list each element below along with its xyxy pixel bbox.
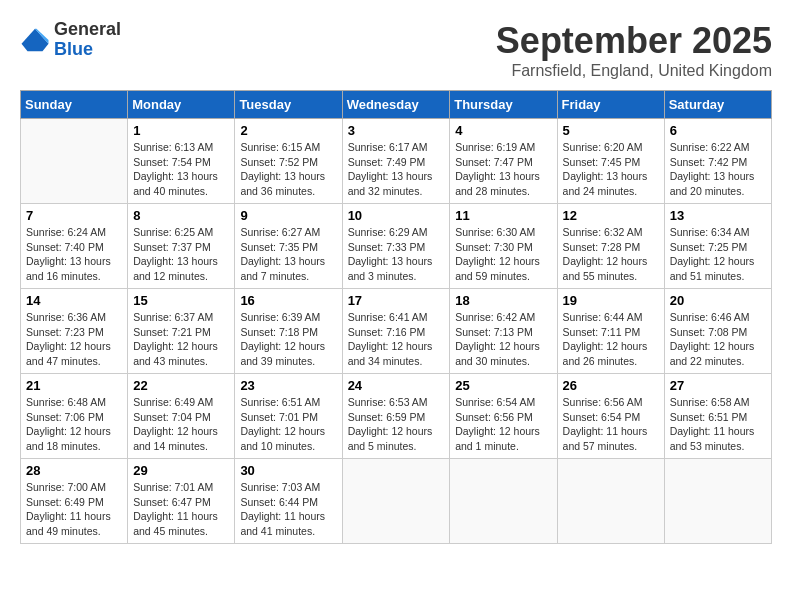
day-number: 9 — [240, 208, 336, 223]
day-info: Sunrise: 6:20 AM Sunset: 7:45 PM Dayligh… — [563, 140, 659, 199]
day-info: Sunrise: 6:44 AM Sunset: 7:11 PM Dayligh… — [563, 310, 659, 369]
week-row-5: 28Sunrise: 7:00 AM Sunset: 6:49 PM Dayli… — [21, 459, 772, 544]
calendar-cell: 4Sunrise: 6:19 AM Sunset: 7:47 PM Daylig… — [450, 119, 557, 204]
page-header: General Blue September 2025 Farnsfield, … — [20, 20, 772, 80]
day-number: 25 — [455, 378, 551, 393]
day-info: Sunrise: 7:01 AM Sunset: 6:47 PM Dayligh… — [133, 480, 229, 539]
calendar-body: 1Sunrise: 6:13 AM Sunset: 7:54 PM Daylig… — [21, 119, 772, 544]
day-info: Sunrise: 6:13 AM Sunset: 7:54 PM Dayligh… — [133, 140, 229, 199]
day-number: 6 — [670, 123, 766, 138]
calendar-cell: 11Sunrise: 6:30 AM Sunset: 7:30 PM Dayli… — [450, 204, 557, 289]
calendar-header: SundayMondayTuesdayWednesdayThursdayFrid… — [21, 91, 772, 119]
calendar-cell: 12Sunrise: 6:32 AM Sunset: 7:28 PM Dayli… — [557, 204, 664, 289]
header-day-friday: Friday — [557, 91, 664, 119]
day-number: 15 — [133, 293, 229, 308]
day-number: 12 — [563, 208, 659, 223]
day-info: Sunrise: 6:25 AM Sunset: 7:37 PM Dayligh… — [133, 225, 229, 284]
day-number: 28 — [26, 463, 122, 478]
day-info: Sunrise: 6:51 AM Sunset: 7:01 PM Dayligh… — [240, 395, 336, 454]
calendar-cell: 14Sunrise: 6:36 AM Sunset: 7:23 PM Dayli… — [21, 289, 128, 374]
calendar-cell: 1Sunrise: 6:13 AM Sunset: 7:54 PM Daylig… — [128, 119, 235, 204]
calendar-cell: 19Sunrise: 6:44 AM Sunset: 7:11 PM Dayli… — [557, 289, 664, 374]
calendar-cell: 9Sunrise: 6:27 AM Sunset: 7:35 PM Daylig… — [235, 204, 342, 289]
day-info: Sunrise: 6:53 AM Sunset: 6:59 PM Dayligh… — [348, 395, 445, 454]
week-row-1: 1Sunrise: 6:13 AM Sunset: 7:54 PM Daylig… — [21, 119, 772, 204]
calendar-cell: 23Sunrise: 6:51 AM Sunset: 7:01 PM Dayli… — [235, 374, 342, 459]
day-number: 23 — [240, 378, 336, 393]
header-row: SundayMondayTuesdayWednesdayThursdayFrid… — [21, 91, 772, 119]
calendar-cell: 3Sunrise: 6:17 AM Sunset: 7:49 PM Daylig… — [342, 119, 450, 204]
calendar-cell: 13Sunrise: 6:34 AM Sunset: 7:25 PM Dayli… — [664, 204, 771, 289]
day-info: Sunrise: 6:29 AM Sunset: 7:33 PM Dayligh… — [348, 225, 445, 284]
day-number: 18 — [455, 293, 551, 308]
day-number: 7 — [26, 208, 122, 223]
day-number: 13 — [670, 208, 766, 223]
calendar-cell — [342, 459, 450, 544]
calendar-cell: 30Sunrise: 7:03 AM Sunset: 6:44 PM Dayli… — [235, 459, 342, 544]
day-number: 3 — [348, 123, 445, 138]
calendar-cell: 7Sunrise: 6:24 AM Sunset: 7:40 PM Daylig… — [21, 204, 128, 289]
day-number: 29 — [133, 463, 229, 478]
calendar-cell: 20Sunrise: 6:46 AM Sunset: 7:08 PM Dayli… — [664, 289, 771, 374]
calendar-cell: 18Sunrise: 6:42 AM Sunset: 7:13 PM Dayli… — [450, 289, 557, 374]
calendar-cell — [450, 459, 557, 544]
day-info: Sunrise: 6:41 AM Sunset: 7:16 PM Dayligh… — [348, 310, 445, 369]
calendar-table: SundayMondayTuesdayWednesdayThursdayFrid… — [20, 90, 772, 544]
day-info: Sunrise: 7:00 AM Sunset: 6:49 PM Dayligh… — [26, 480, 122, 539]
calendar-cell: 15Sunrise: 6:37 AM Sunset: 7:21 PM Dayli… — [128, 289, 235, 374]
day-number: 10 — [348, 208, 445, 223]
day-number: 20 — [670, 293, 766, 308]
day-info: Sunrise: 6:49 AM Sunset: 7:04 PM Dayligh… — [133, 395, 229, 454]
day-number: 19 — [563, 293, 659, 308]
day-number: 8 — [133, 208, 229, 223]
calendar-cell: 2Sunrise: 6:15 AM Sunset: 7:52 PM Daylig… — [235, 119, 342, 204]
month-title: September 2025 — [496, 20, 772, 62]
calendar-cell: 6Sunrise: 6:22 AM Sunset: 7:42 PM Daylig… — [664, 119, 771, 204]
day-number: 27 — [670, 378, 766, 393]
day-number: 14 — [26, 293, 122, 308]
calendar-cell: 26Sunrise: 6:56 AM Sunset: 6:54 PM Dayli… — [557, 374, 664, 459]
header-day-monday: Monday — [128, 91, 235, 119]
day-number: 4 — [455, 123, 551, 138]
day-info: Sunrise: 6:22 AM Sunset: 7:42 PM Dayligh… — [670, 140, 766, 199]
day-number: 1 — [133, 123, 229, 138]
header-day-tuesday: Tuesday — [235, 91, 342, 119]
week-row-3: 14Sunrise: 6:36 AM Sunset: 7:23 PM Dayli… — [21, 289, 772, 374]
day-number: 16 — [240, 293, 336, 308]
calendar-cell: 21Sunrise: 6:48 AM Sunset: 7:06 PM Dayli… — [21, 374, 128, 459]
calendar-cell — [664, 459, 771, 544]
calendar-cell: 28Sunrise: 7:00 AM Sunset: 6:49 PM Dayli… — [21, 459, 128, 544]
day-info: Sunrise: 7:03 AM Sunset: 6:44 PM Dayligh… — [240, 480, 336, 539]
day-info: Sunrise: 6:15 AM Sunset: 7:52 PM Dayligh… — [240, 140, 336, 199]
day-number: 26 — [563, 378, 659, 393]
calendar-cell: 16Sunrise: 6:39 AM Sunset: 7:18 PM Dayli… — [235, 289, 342, 374]
logo-icon — [20, 25, 50, 55]
day-info: Sunrise: 6:19 AM Sunset: 7:47 PM Dayligh… — [455, 140, 551, 199]
calendar-cell: 8Sunrise: 6:25 AM Sunset: 7:37 PM Daylig… — [128, 204, 235, 289]
week-row-2: 7Sunrise: 6:24 AM Sunset: 7:40 PM Daylig… — [21, 204, 772, 289]
day-number: 21 — [26, 378, 122, 393]
day-info: Sunrise: 6:37 AM Sunset: 7:21 PM Dayligh… — [133, 310, 229, 369]
calendar-cell: 25Sunrise: 6:54 AM Sunset: 6:56 PM Dayli… — [450, 374, 557, 459]
calendar-cell: 29Sunrise: 7:01 AM Sunset: 6:47 PM Dayli… — [128, 459, 235, 544]
calendar-cell: 22Sunrise: 6:49 AM Sunset: 7:04 PM Dayli… — [128, 374, 235, 459]
day-number: 17 — [348, 293, 445, 308]
day-info: Sunrise: 6:46 AM Sunset: 7:08 PM Dayligh… — [670, 310, 766, 369]
header-day-saturday: Saturday — [664, 91, 771, 119]
svg-marker-0 — [22, 29, 49, 52]
day-info: Sunrise: 6:36 AM Sunset: 7:23 PM Dayligh… — [26, 310, 122, 369]
day-info: Sunrise: 6:34 AM Sunset: 7:25 PM Dayligh… — [670, 225, 766, 284]
day-info: Sunrise: 6:27 AM Sunset: 7:35 PM Dayligh… — [240, 225, 336, 284]
day-info: Sunrise: 6:32 AM Sunset: 7:28 PM Dayligh… — [563, 225, 659, 284]
day-info: Sunrise: 6:24 AM Sunset: 7:40 PM Dayligh… — [26, 225, 122, 284]
calendar-cell: 24Sunrise: 6:53 AM Sunset: 6:59 PM Dayli… — [342, 374, 450, 459]
title-block: September 2025 Farnsfield, England, Unit… — [496, 20, 772, 80]
day-info: Sunrise: 6:30 AM Sunset: 7:30 PM Dayligh… — [455, 225, 551, 284]
header-day-sunday: Sunday — [21, 91, 128, 119]
calendar-cell: 10Sunrise: 6:29 AM Sunset: 7:33 PM Dayli… — [342, 204, 450, 289]
day-number: 2 — [240, 123, 336, 138]
day-info: Sunrise: 6:17 AM Sunset: 7:49 PM Dayligh… — [348, 140, 445, 199]
day-info: Sunrise: 6:39 AM Sunset: 7:18 PM Dayligh… — [240, 310, 336, 369]
day-info: Sunrise: 6:58 AM Sunset: 6:51 PM Dayligh… — [670, 395, 766, 454]
day-info: Sunrise: 6:54 AM Sunset: 6:56 PM Dayligh… — [455, 395, 551, 454]
